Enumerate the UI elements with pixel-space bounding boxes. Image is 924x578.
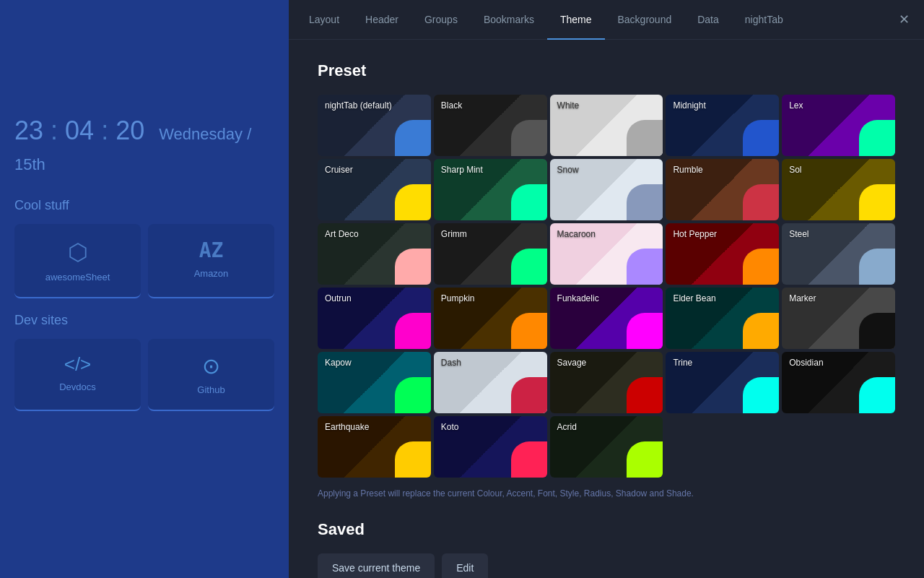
tab-nighttab[interactable]: nightTab [732,0,796,40]
bookmark-amazon[interactable]: AZ Amazon [148,224,274,298]
preset-label-dash: Dash [441,358,461,368]
bookmark-awesomesheet[interactable]: ⬡ awesomeSheet [14,224,141,298]
preset-label-kapow: Kapow [325,358,352,368]
amazon-icon: AZ [199,238,224,262]
preset-label-macaroon: Macaroon [557,229,596,239]
preset-label-elderbean: Elder Bean [673,293,715,303]
tab-header[interactable]: Header [352,0,411,40]
github-icon: ⊙ [202,353,220,379]
preset-label-lex: Lex [789,100,803,111]
preset-label-rumble: Rumble [673,165,702,175]
preset-outrun[interactable]: Outrun [318,288,431,349]
preset-funkadelic[interactable]: Funkadelic [550,288,663,349]
preset-nighttab[interactable]: nightTab (default) [318,95,431,156]
preset-label-grimm: Grimm [441,229,467,239]
preset-label-acrid: Acrid [557,422,577,432]
preset-white[interactable]: White [550,95,663,156]
save-current-theme-button[interactable]: Save current theme [318,553,435,578]
preset-snow[interactable]: Snow [550,159,663,220]
dev-sites-grid: </> Devdocs ⊙ Github [14,339,274,411]
amazon-label: Amazon [194,268,229,279]
cool-stuff-title: Cool stuff [14,198,274,213]
preset-artdeco[interactable]: Art Deco [318,223,431,285]
edit-button[interactable]: Edit [442,553,488,578]
saved-section: Saved Save current theme Edit [318,520,895,578]
preset-dash[interactable]: Dash [434,352,547,413]
preset-label-earthquake: Earthquake [325,422,369,432]
preset-kapow[interactable]: Kapow [318,352,431,413]
preset-label-marker: Marker [789,293,816,303]
tab-bookmarks[interactable]: Bookmarks [471,0,547,40]
preset-earthquake[interactable]: Earthquake [318,416,431,478]
preset-label-midnight: Midnight [673,100,705,111]
preset-label-cruiser: Cruiser [325,165,353,175]
clock-sep2: : [101,116,116,145]
preset-label-outrun: Outrun [325,293,352,303]
presets-grid: nightTab (default)BlackWhiteMidnightLexC… [318,95,895,478]
devdocs-label: Devdocs [59,381,96,392]
background-page: 23 : 04 : 20 Wednesday / 15th Cool stuff… [0,0,289,578]
preset-sharpmint[interactable]: Sharp Mint [434,159,547,220]
preset-koto[interactable]: Koto [434,416,547,478]
tab-background[interactable]: Background [605,0,685,40]
preset-acrid[interactable]: Acrid [550,416,663,478]
preset-midnight[interactable]: Midnight [666,95,779,156]
bookmark-devdocs[interactable]: </> Devdocs [14,339,141,411]
close-button[interactable]: ✕ [892,8,917,31]
preset-label-sharpmint: Sharp Mint [441,165,483,175]
preset-steel[interactable]: Steel [782,223,895,285]
clock-min: 04 [65,116,94,145]
github-label: Github [197,384,225,395]
preset-hint: Applying a Preset will replace the curre… [318,488,895,499]
preset-label-pumpkin: Pumpkin [441,293,475,303]
clock: 23 : 04 : 20 Wednesday / 15th [14,116,274,176]
cool-stuff-grid: ⬡ awesomeSheet AZ Amazon [14,224,274,298]
tab-data[interactable]: Data [684,0,732,40]
preset-black[interactable]: Black [434,95,547,156]
preset-label-steel: Steel [789,229,808,239]
modal-content: Preset nightTab (default)BlackWhiteMidni… [289,40,924,578]
preset-hotpepper[interactable]: Hot Pepper [666,223,779,285]
preset-label-koto: Koto [441,422,459,432]
preset-label-sol: Sol [789,165,801,175]
preset-label-hotpepper: Hot Pepper [673,229,717,239]
awesomesheet-label: awesomeSheet [45,272,110,282]
preset-trine[interactable]: Trine [666,352,779,413]
preset-label-white: White [557,100,580,111]
preset-grimm[interactable]: Grimm [434,223,547,285]
tab-groups[interactable]: Groups [411,0,471,40]
preset-section-title: Preset [318,61,895,80]
clock-sep1: : [51,116,65,145]
saved-section-title: Saved [318,520,895,539]
tab-layout[interactable]: Layout [296,0,352,40]
preset-savage[interactable]: Savage [550,352,663,413]
dev-sites-title: Dev sites [14,313,274,328]
bookmark-github[interactable]: ⊙ Github [148,339,274,411]
preset-lex[interactable]: Lex [782,95,895,156]
clock-sec: 20 [116,116,144,145]
preset-label-black: Black [441,100,462,111]
preset-label-nighttab: nightTab (default) [325,100,392,111]
devdocs-icon: </> [64,353,92,376]
preset-label-trine: Trine [673,358,692,368]
tab-bar: Layout Header Groups Bookmarks Theme Bac… [289,0,924,40]
awesomesheet-icon: ⬡ [68,238,88,266]
preset-label-funkadelic: Funkadelic [557,293,599,303]
preset-marker[interactable]: Marker [782,288,895,349]
preset-label-obsidian: Obsidian [789,358,823,368]
settings-modal: Layout Header Groups Bookmarks Theme Bac… [289,0,924,578]
preset-label-savage: Savage [557,358,587,368]
preset-label-snow: Snow [557,165,579,175]
preset-cruiser[interactable]: Cruiser [318,159,431,220]
preset-sol[interactable]: Sol [782,159,895,220]
saved-buttons: Save current theme Edit [318,553,895,578]
clock-hour: 23 [14,116,43,145]
preset-pumpkin[interactable]: Pumpkin [434,288,547,349]
preset-label-artdeco: Art Deco [325,229,359,239]
preset-rumble[interactable]: Rumble [666,159,779,220]
preset-obsidian[interactable]: Obsidian [782,352,895,413]
preset-macaroon[interactable]: Macaroon [550,223,663,285]
preset-elderbean[interactable]: Elder Bean [666,288,779,349]
tab-theme[interactable]: Theme [547,0,605,40]
